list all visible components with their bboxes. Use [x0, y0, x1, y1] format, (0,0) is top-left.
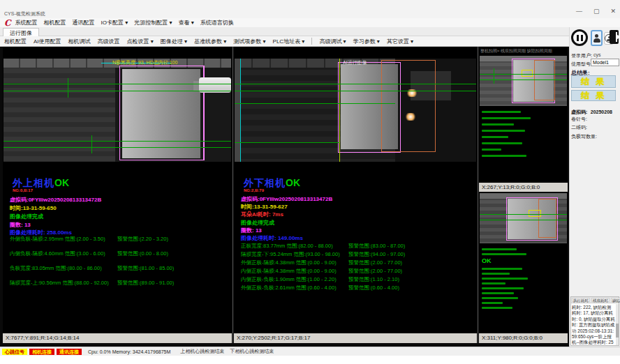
ai-time-line: 耳朵AI耗时: 7ms [241, 211, 283, 218]
measurement: 内侧正极-负极:1.90mm 范围:(1.00 - 2.20) [241, 276, 337, 283]
info-tab-scratch[interactable]: 线痕耗时 [591, 298, 610, 302]
log-text-line [482, 297, 518, 299]
tool-test-params[interactable]: 测试项参数 ▾ [233, 38, 265, 45]
measure-line [235, 103, 395, 104]
control-sidebar: 登录用户: cys 使用型号: 总结果: 结 果 结 果 虚拟码: 202502… [569, 27, 620, 347]
minimize-button[interactable]: — [576, 8, 582, 15]
time-line: 时间:13-31-59-650 [10, 204, 57, 212]
maximize-button[interactable]: ▢ [593, 8, 600, 15]
tool-ai-use-config[interactable]: AI使用配置 [34, 38, 61, 45]
aux-camera-image[interactable] [480, 56, 567, 106]
measurement: 负极宽度:83.05mm 范围:(80.00 - 86.00) [10, 265, 102, 272]
qrcode-label: 二维码: [571, 124, 587, 131]
info-tab-defect[interactable]: 缺陷耗时 [611, 298, 620, 302]
ref-line-yellow [339, 59, 340, 162]
tab-run-image[interactable]: 运行图像 [3, 28, 39, 36]
camera-connect-badge: 相机连接 [29, 349, 54, 355]
desktop-strip [0, 356, 620, 364]
time-line: 时间:13-31-59-627 [241, 203, 288, 211]
result-badge-lower: 结 果 [571, 90, 616, 101]
cpu-memory-status: Cpu: 0.0% Memory: 3424.41796875M [88, 349, 170, 354]
info-tab-exec[interactable]: 执行耗时 [572, 298, 590, 302]
log-text-line [482, 268, 522, 270]
measurement: 内侧负极-隔膜:4.60mm 范围:(3.00 - 6.00) [10, 250, 105, 257]
log-text-line [482, 302, 503, 304]
warn-range: 预警范围:(0.00 - 8.00) [117, 250, 168, 257]
menu-light-config[interactable]: 光源控制配置 ▾ [134, 19, 172, 26]
menu-language-switch[interactable]: 系统语言切换 [200, 19, 234, 26]
splitter-left-middle[interactable] [232, 47, 233, 343]
tool-other-settings[interactable]: 其它设置 ▾ [387, 38, 413, 45]
toolbar-separator [311, 38, 312, 45]
login-user-value: cys [593, 52, 601, 57]
tool-learning-params[interactable]: 学习参数 ▾ [353, 38, 380, 45]
menu-system-config[interactable]: 系统配置 [15, 19, 38, 26]
virtual-code-value: 20250208 [591, 109, 612, 114]
runtime-info-panel: 执行耗时 线痕耗时 缺陷耗时 耗时: 222, 缺陷检测耗时: 17, 缺陷分离… [570, 296, 619, 346]
menu-camera-config[interactable]: 相机配置 [44, 19, 66, 26]
result-ok: OK [286, 177, 300, 188]
viewport-upper-camera[interactable]: N极耳高度: 93, HD态内径:100 外上相机OK NG:0,B:17 虚拟… [3, 47, 232, 343]
roi-box-yellow [522, 70, 533, 77]
aux-header-text: 整机拍照≈ 线痕拍照周期 缺陷拍照周期 [480, 48, 552, 54]
image-overlay-text: AI运行图像 [343, 59, 367, 66]
operator-mode-button[interactable] [591, 30, 603, 46]
write-count-label: 负极写数量: [571, 133, 597, 140]
logout-button[interactable] [610, 30, 619, 44]
measure-line [480, 79, 567, 80]
lower-camera-image[interactable]: AI运行图像 [235, 59, 476, 162]
upper-camera-image[interactable]: N极耳高度: 93, HD态内径:100 [3, 59, 231, 162]
log-text-line [482, 130, 525, 132]
edge-strip [235, 59, 240, 162]
roi-box-yellow [529, 210, 541, 217]
splitter-middle-right[interactable] [478, 47, 478, 343]
lower-heartbeat-message: 下相机心跳检测结束 [230, 348, 274, 355]
measure-line [480, 214, 567, 215]
window-title: CYS-视觉检测系统 [4, 10, 45, 17]
info-scrollbar-thumb[interactable] [616, 324, 619, 338]
measure-line [480, 74, 567, 75]
info-scrollbar[interactable] [616, 304, 619, 345]
roi-box-orange [538, 199, 556, 238]
upper-heartbeat-message: 上相机心跳检测结束 [180, 348, 224, 355]
done-line: 图像处理完成 [241, 219, 274, 227]
menu-comm-config[interactable]: 通讯配置 [73, 19, 95, 26]
viewport-lower-camera[interactable]: AI运行图像 外下相机OK NG:2,B:79 虚拟码:0FYIIiw20250… [234, 47, 477, 343]
runtime-info-text: 耗时: 222, 缺陷检测耗时: 17, 缺陷分离耗时: 0, 缺陷提取分离耗时… [572, 305, 615, 351]
warn-range: 预警范围:(2.00 - 77.00) [348, 259, 402, 266]
heartbeat-status-badge: 心跳信号 [2, 349, 27, 355]
tool-advanced-debug[interactable]: 高级调试 ▾ [319, 38, 346, 45]
close-button[interactable]: ✕ [610, 8, 616, 15]
measure-line [235, 84, 476, 84]
exit-icon [610, 30, 619, 44]
measure-line [235, 91, 476, 91]
needle-label: 卷针号: [571, 116, 587, 123]
measurement: 隔膜宽度-下:95.24mm 范围:(93.00 - 98.00) [241, 251, 340, 258]
tool-plc-address[interactable]: PLC地址表 ▾ [273, 38, 305, 45]
tool-baseline-params[interactable]: 基准线参数 ▾ [194, 38, 226, 45]
measure-line [3, 91, 231, 91]
viewport-aux-top[interactable]: 整机拍照≈ 线痕拍照周期 缺陷拍照周期 X:267;Y:13;R:0;G:0;B… [479, 47, 568, 192]
pause-button[interactable] [571, 29, 588, 46]
roi-box-orange [381, 60, 436, 152]
log-text-line [482, 253, 526, 255]
tool-camera-debug[interactable]: 相机调试 [68, 38, 91, 45]
tab-strip: 运行图像 [0, 27, 620, 36]
aux-camera-image[interactable] [480, 193, 567, 243]
menu-io-config[interactable]: IO卡配置 ▾ [101, 19, 128, 26]
log-text-line [482, 287, 524, 289]
log-text-line [482, 142, 522, 144]
title-bar: CYS-视觉检测系统 — ▢ ✕ [0, 0, 620, 18]
warn-range: 预警范围:(1.10 - 2.10) [348, 276, 399, 283]
viewport-aux-bottom[interactable]: OK X:311;Y:980;R:0;G:0;B:0 [479, 192, 568, 343]
log-text-line [482, 292, 514, 294]
model-input[interactable] [591, 59, 619, 66]
menu-view[interactable]: 查看 ▾ [179, 19, 194, 26]
tool-spot-check[interactable]: 点检设置 ▾ [127, 38, 154, 45]
tool-advanced-settings[interactable]: 高级设置 [98, 38, 120, 45]
tool-image-processing[interactable]: 图像处理 ▾ [161, 38, 187, 45]
measure-line [480, 220, 567, 220]
toolbar: 相机配置 AI使用配置 相机调试 高级设置 点检设置 ▾ 图像处理 ▾ 基准线参… [0, 36, 620, 47]
log-text-line [482, 149, 501, 151]
tool-camera-config[interactable]: 相机配置 [4, 38, 27, 45]
